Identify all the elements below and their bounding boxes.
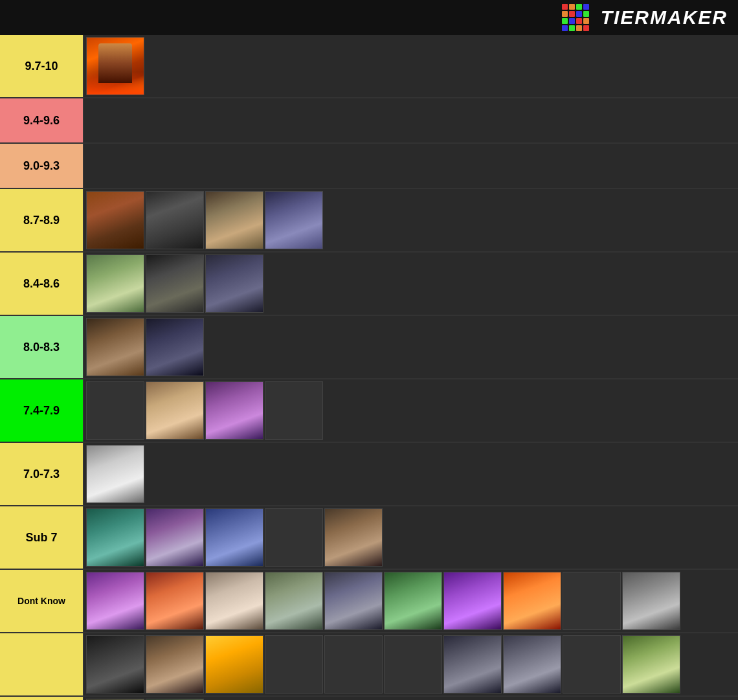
- tier-label-9093: 9.0-9.3: [0, 144, 84, 188]
- logo-pixel: [576, 25, 582, 31]
- logo-pixel: [562, 18, 568, 24]
- tier-label-dk1: Dont Know: [0, 570, 84, 632]
- char-purple-sorceress[interactable]: [443, 572, 502, 630]
- tier-content-sub7: [84, 506, 738, 569]
- tier-content-8789: [84, 189, 738, 251]
- char-beast1[interactable]: [265, 508, 323, 567]
- char-dark-bearded[interactable]: [146, 254, 204, 313]
- char-freya-red[interactable]: [265, 381, 323, 440]
- char-viking-warrior[interactable]: [324, 635, 383, 694]
- char-tattooed-woman[interactable]: [205, 572, 263, 630]
- logo-pixel: [583, 11, 589, 17]
- tier-content-7073: [84, 443, 738, 505]
- char-standing-woman[interactable]: [265, 572, 323, 630]
- char-fire-man[interactable]: [503, 572, 561, 630]
- char-dark-armor[interactable]: [146, 318, 204, 376]
- tiermaker-logo: TiERMaKeR: [562, 4, 728, 31]
- char-scythe-woman[interactable]: [503, 635, 561, 694]
- logo-pixels: [562, 4, 589, 31]
- tier-row-7479: 7.4-7.9: [0, 379, 738, 443]
- tier-row-8486: 8.4-8.6: [0, 253, 738, 316]
- page-wrapper: TiERMaKeR 9.7-10 9.4-9.6: [0, 0, 738, 700]
- tier-row-7073: 7.0-7.3: [0, 443, 738, 506]
- char-atreus-archer[interactable]: [205, 191, 263, 249]
- tier-content-9710: [84, 35, 738, 97]
- char-zombie-purple[interactable]: [205, 381, 263, 440]
- tier-row-dk2: [0, 633, 738, 697]
- tier-content-7479: [84, 379, 738, 442]
- tier-row-dk3: [0, 697, 738, 700]
- tier-label-8083: 8.0-8.3: [0, 316, 84, 378]
- brand-name: TiERMaKeR: [601, 6, 728, 28]
- char-rat-creature[interactable]: [86, 445, 144, 503]
- logo-pixel: [562, 25, 568, 31]
- char-fire-warrior[interactable]: [146, 572, 204, 630]
- char-asian-woman[interactable]: [146, 381, 204, 440]
- logo-pixel: [576, 18, 582, 24]
- logo-pixel: [576, 4, 582, 10]
- char-beast2[interactable]: [324, 508, 383, 567]
- logo-pixel: [562, 11, 568, 17]
- tier-label-9496: 9.4-9.6: [0, 98, 84, 142]
- char-death-woman[interactable]: [443, 635, 502, 694]
- tier-row-9093: 9.0-9.3: [0, 144, 738, 189]
- char-skeleton[interactable]: [563, 635, 621, 694]
- tier-label-dk2: [0, 633, 84, 695]
- char-gray-robe[interactable]: [622, 572, 680, 630]
- tier-label-9710: 9.7-10: [0, 35, 84, 97]
- char-left-warrior[interactable]: [86, 381, 144, 440]
- char-purple-woman[interactable]: [86, 572, 144, 630]
- tier-label-7479: 7.4-7.9: [0, 379, 84, 442]
- logo-pixel: [576, 11, 582, 17]
- char-kratos-cloak[interactable]: [86, 191, 144, 249]
- logo-pixel: [583, 18, 589, 24]
- tier-label-sub7: Sub 7: [0, 506, 84, 569]
- char-angrboda[interactable]: [86, 254, 144, 313]
- char-fat-giant[interactable]: [146, 191, 204, 249]
- char-teal-monster[interactable]: [86, 508, 144, 567]
- tier-table: 9.7-10 9.4-9.6 9.0-9.3: [0, 35, 738, 700]
- tier-content-8486: [84, 253, 738, 315]
- logo-pixel: [583, 4, 589, 10]
- char-dark-warrior2[interactable]: [205, 254, 263, 313]
- char-grassland[interactable]: [622, 635, 680, 694]
- tier-row-8083: 8.0-8.3: [0, 316, 738, 379]
- char-blue-tattoo[interactable]: [265, 191, 323, 249]
- brand-bar: TiERMaKeR: [0, 0, 738, 35]
- tier-label-8789: 8.7-8.9: [0, 189, 84, 251]
- tier-content-dk2: [84, 633, 738, 695]
- logo-pixel: [583, 25, 589, 31]
- char-green-creature[interactable]: [384, 572, 442, 630]
- tier-row-dk1: Dont Know: [0, 570, 738, 633]
- tier-row-sub7: Sub 7: [0, 506, 738, 570]
- char-warrior-brown[interactable]: [86, 318, 144, 376]
- char-colorful-warrior[interactable]: [146, 508, 204, 567]
- tier-content-dk1: [84, 570, 738, 632]
- tier-label-8486: 8.4-8.6: [0, 253, 84, 315]
- logo-pixel: [569, 25, 575, 31]
- char-dark-armor2[interactable]: [86, 635, 144, 694]
- char-brown-cloak[interactable]: [146, 635, 204, 694]
- tier-label-7073: 7.0-7.3: [0, 443, 84, 505]
- char-giant-man[interactable]: [324, 572, 383, 630]
- tier-row-9710: 9.7-10: [0, 35, 738, 98]
- tier-row-8789: 8.7-8.9: [0, 189, 738, 253]
- char-mummy[interactable]: [563, 572, 621, 630]
- tier-content-9093: [84, 144, 738, 188]
- logo-pixel: [569, 11, 575, 17]
- char-sif[interactable]: [384, 635, 442, 694]
- tier-row-9496: 9.4-9.6: [0, 98, 738, 144]
- logo-pixel: [562, 4, 568, 10]
- tier-content-dk3: [84, 697, 738, 700]
- char-golden-warrior[interactable]: [205, 635, 263, 694]
- tier-label-dk3: [0, 697, 84, 700]
- char-female-warrior2[interactable]: [265, 635, 323, 694]
- tier-content-8083: [84, 316, 738, 378]
- logo-pixel: [569, 18, 575, 24]
- tier-content-9496: [84, 98, 738, 142]
- logo-pixel: [569, 4, 575, 10]
- char-blue-dress[interactable]: [205, 508, 263, 567]
- char-kratos-fire[interactable]: [86, 37, 144, 95]
